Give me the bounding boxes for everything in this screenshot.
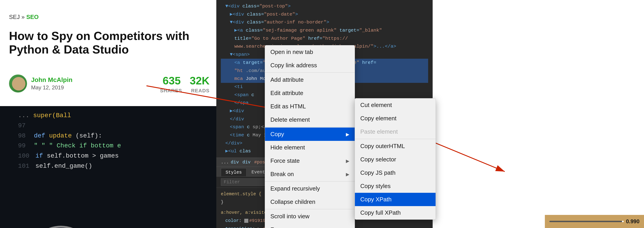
tab-styles[interactable]: Styles <box>221 168 246 176</box>
submenu-cut-element[interactable]: Cut element <box>355 98 436 112</box>
slider-track <box>549 221 624 222</box>
avatar <box>9 74 27 92</box>
menu-expand-recursively[interactable]: Expand recursively <box>265 182 355 195</box>
menu-break-on[interactable]: Break on ▶ <box>265 168 355 181</box>
stat-reads-label: READS <box>191 88 210 94</box>
menu-delete-element[interactable]: Delete element <box>265 113 355 127</box>
stats-section: 635 32K SHARES READS <box>160 74 210 94</box>
submenu-copy-selector[interactable]: Copy selector <box>355 153 436 166</box>
submenu-copy-styles[interactable]: Copy styles <box>355 179 436 193</box>
menu-force-state[interactable]: Force state ▶ <box>265 154 355 168</box>
submenu-copy-xpath[interactable]: Copy XPath <box>355 193 436 206</box>
force-state-arrow-icon: ▶ <box>346 158 349 164</box>
submenu-paste-element[interactable]: Paste element <box>355 125 436 138</box>
bc-ellipsis: ... <box>221 160 229 165</box>
menu-divider-4 <box>265 209 355 209</box>
stat-shares-num: 635 <box>163 74 181 87</box>
submenu-copy-outerhtml[interactable]: Copy outerHTML <box>355 140 436 153</box>
article-panel: SEJ » SEO How to Spy on Competitors with… <box>0 0 216 228</box>
bc-div1[interactable]: div <box>231 160 239 165</box>
stat-shares-label: SHARES <box>160 88 182 94</box>
menu-divider-2 <box>265 127 355 127</box>
slider-fill <box>549 221 622 222</box>
breadcrumb-sep: » <box>22 14 24 20</box>
menu-hide-element[interactable]: Hide element <box>265 141 355 154</box>
menu-open-new-tab[interactable]: Open in new tab <box>265 45 355 59</box>
menu-focus[interactable]: Focus <box>265 223 355 228</box>
breadcrumb-seo[interactable]: SEO <box>26 14 39 20</box>
author-name[interactable]: John McAlpin <box>31 76 72 83</box>
menu-collapse-children[interactable]: Collapse children <box>265 195 355 209</box>
svg-line-3 <box>428 140 505 172</box>
breadcrumb-sej: SEJ <box>9 14 20 20</box>
submenu-copy-full-xpath[interactable]: Copy full XPath <box>355 206 436 219</box>
context-menu: Open in new tab Copy link address Add at… <box>265 45 355 228</box>
submenu-divider-1 <box>355 139 436 139</box>
menu-edit-as-html[interactable]: Edit as HTML <box>265 100 355 113</box>
menu-copy[interactable]: Copy ▶ Cut element Copy element Paste el… <box>265 128 355 141</box>
article-title: How to Spy on Competitors with Python & … <box>9 29 207 56</box>
submenu-copy: Cut element Copy element Paste element C… <box>355 98 436 220</box>
code-image: ... super(Ball 97 98 def update (self): … <box>0 106 216 228</box>
menu-divider-1 <box>265 72 355 73</box>
bc-div2[interactable]: div <box>242 160 250 165</box>
breadcrumb: SEJ » SEO <box>9 14 39 21</box>
slider-value[interactable]: 0.990 <box>626 218 640 224</box>
slider-area: 0.990 <box>545 215 644 228</box>
submenu-copy-element[interactable]: Copy element <box>355 112 436 125</box>
author-info: John McAlpin May 12, 2019 <box>31 76 72 91</box>
menu-copy-link-address[interactable]: Copy link address <box>265 59 355 72</box>
menu-divider-3 <box>265 181 355 181</box>
menu-add-attribute[interactable]: Add attribute <box>265 73 355 86</box>
copy-arrow-icon: ▶ <box>346 132 349 137</box>
menu-edit-attribute[interactable]: Edit attribute <box>265 86 355 100</box>
submenu-copy-js-path[interactable]: Copy JS path <box>355 166 436 179</box>
author-section: John McAlpin May 12, 2019 <box>9 74 72 92</box>
author-date: May 12, 2019 <box>31 84 72 91</box>
stat-reads-num: 32K <box>190 74 210 87</box>
menu-scroll-into-view[interactable]: Scroll into view <box>265 210 355 223</box>
break-on-arrow-icon: ▶ <box>346 172 349 177</box>
